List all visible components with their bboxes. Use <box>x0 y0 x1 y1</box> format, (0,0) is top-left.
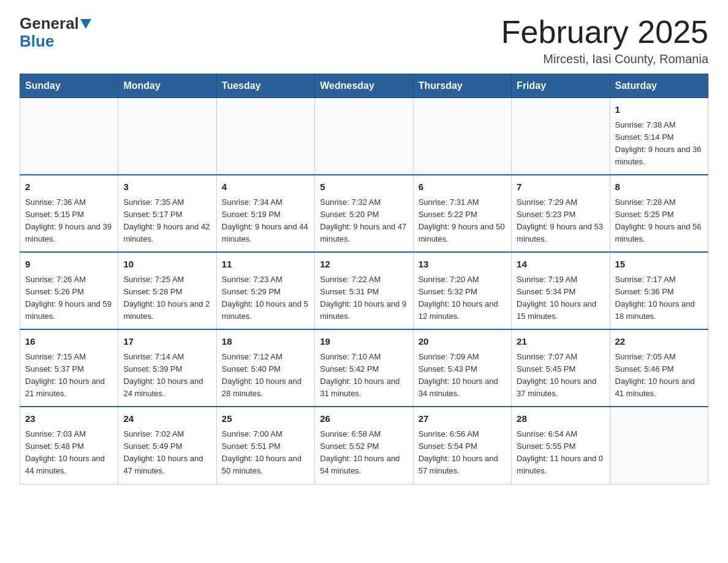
day-number: 10 <box>123 258 211 272</box>
day-number: 17 <box>123 335 211 349</box>
day-number: 24 <box>123 412 211 426</box>
day-info: Sunrise: 7:36 AM Sunset: 5:15 PM Dayligh… <box>25 196 113 246</box>
table-row <box>20 98 118 175</box>
day-info: Sunrise: 7:07 AM Sunset: 5:45 PM Dayligh… <box>517 351 604 400</box>
day-info: Sunrise: 7:05 AM Sunset: 5:46 PM Dayligh… <box>615 351 703 400</box>
day-info: Sunrise: 7:00 AM Sunset: 5:51 PM Dayligh… <box>222 428 309 478</box>
table-row <box>315 98 413 175</box>
day-number: 13 <box>419 258 506 272</box>
header-friday: Friday <box>512 74 610 98</box>
weekday-header-row: Sunday Monday Tuesday Wednesday Thursday… <box>20 74 708 98</box>
day-number: 25 <box>222 412 309 426</box>
day-number: 6 <box>419 180 506 194</box>
day-number: 1 <box>615 103 703 117</box>
table-row: 11Sunrise: 7:23 AM Sunset: 5:29 PM Dayli… <box>216 252 314 329</box>
header-monday: Monday <box>118 74 216 98</box>
table-row: 14Sunrise: 7:19 AM Sunset: 5:34 PM Dayli… <box>512 252 610 329</box>
table-row: 15Sunrise: 7:17 AM Sunset: 5:36 PM Dayli… <box>610 252 708 329</box>
day-info: Sunrise: 7:02 AM Sunset: 5:49 PM Dayligh… <box>123 428 211 478</box>
table-row: 4Sunrise: 7:34 AM Sunset: 5:19 PM Daylig… <box>216 175 314 252</box>
calendar-table: Sunday Monday Tuesday Wednesday Thursday… <box>20 74 708 484</box>
day-info: Sunrise: 6:54 AM Sunset: 5:55 PM Dayligh… <box>517 428 604 478</box>
day-info: Sunrise: 7:22 AM Sunset: 5:31 PM Dayligh… <box>320 274 408 323</box>
header-saturday: Saturday <box>610 74 708 98</box>
table-row: 2Sunrise: 7:36 AM Sunset: 5:15 PM Daylig… <box>20 175 118 252</box>
header-wednesday: Wednesday <box>315 74 413 98</box>
day-number: 14 <box>517 258 604 272</box>
table-row: 10Sunrise: 7:25 AM Sunset: 5:28 PM Dayli… <box>118 252 216 329</box>
day-info: Sunrise: 7:35 AM Sunset: 5:17 PM Dayligh… <box>123 196 211 246</box>
logo-general-text: General <box>20 15 79 33</box>
table-row: 26Sunrise: 6:58 AM Sunset: 5:52 PM Dayli… <box>315 407 413 484</box>
day-info: Sunrise: 7:26 AM Sunset: 5:26 PM Dayligh… <box>25 274 113 323</box>
table-row: 22Sunrise: 7:05 AM Sunset: 5:46 PM Dayli… <box>610 329 708 407</box>
table-row: 3Sunrise: 7:35 AM Sunset: 5:17 PM Daylig… <box>118 175 216 252</box>
table-row: 25Sunrise: 7:00 AM Sunset: 5:51 PM Dayli… <box>216 407 314 484</box>
table-row: 17Sunrise: 7:14 AM Sunset: 5:39 PM Dayli… <box>118 329 216 407</box>
calendar-week-row: 2Sunrise: 7:36 AM Sunset: 5:15 PM Daylig… <box>20 175 708 252</box>
day-number: 23 <box>25 412 113 426</box>
day-number: 28 <box>517 412 604 426</box>
table-row <box>610 407 708 484</box>
day-number: 7 <box>517 180 604 194</box>
day-number: 2 <box>25 180 113 194</box>
calendar-week-row: 16Sunrise: 7:15 AM Sunset: 5:37 PM Dayli… <box>20 329 708 407</box>
header-tuesday: Tuesday <box>216 74 314 98</box>
day-number: 11 <box>222 258 309 272</box>
table-row: 24Sunrise: 7:02 AM Sunset: 5:49 PM Dayli… <box>118 407 216 484</box>
day-number: 9 <box>25 258 113 272</box>
day-info: Sunrise: 7:29 AM Sunset: 5:23 PM Dayligh… <box>517 196 604 246</box>
day-info: Sunrise: 7:10 AM Sunset: 5:42 PM Dayligh… <box>320 351 408 400</box>
day-info: Sunrise: 7:20 AM Sunset: 5:32 PM Dayligh… <box>419 274 506 323</box>
table-row: 12Sunrise: 7:22 AM Sunset: 5:31 PM Dayli… <box>315 252 413 329</box>
day-number: 18 <box>222 335 309 349</box>
day-info: Sunrise: 7:38 AM Sunset: 5:14 PM Dayligh… <box>615 119 703 169</box>
table-row: 20Sunrise: 7:09 AM Sunset: 5:43 PM Dayli… <box>413 329 511 407</box>
day-info: Sunrise: 7:15 AM Sunset: 5:37 PM Dayligh… <box>25 351 113 400</box>
table-row: 21Sunrise: 7:07 AM Sunset: 5:45 PM Dayli… <box>512 329 610 407</box>
day-info: Sunrise: 7:12 AM Sunset: 5:40 PM Dayligh… <box>222 351 309 400</box>
logo-triangle-icon <box>79 17 93 30</box>
table-row: 9Sunrise: 7:26 AM Sunset: 5:26 PM Daylig… <box>20 252 118 329</box>
day-info: Sunrise: 7:03 AM Sunset: 5:48 PM Dayligh… <box>25 428 113 478</box>
day-info: Sunrise: 7:34 AM Sunset: 5:19 PM Dayligh… <box>222 196 309 246</box>
table-row: 28Sunrise: 6:54 AM Sunset: 5:55 PM Dayli… <box>512 407 610 484</box>
day-info: Sunrise: 7:19 AM Sunset: 5:34 PM Dayligh… <box>517 274 604 323</box>
table-row: 18Sunrise: 7:12 AM Sunset: 5:40 PM Dayli… <box>216 329 314 407</box>
logo: General Blue <box>20 15 93 50</box>
month-title: February 2025 <box>501 15 708 50</box>
day-info: Sunrise: 7:25 AM Sunset: 5:28 PM Dayligh… <box>123 274 211 323</box>
calendar-week-row: 1Sunrise: 7:38 AM Sunset: 5:14 PM Daylig… <box>20 98 708 175</box>
day-info: Sunrise: 7:09 AM Sunset: 5:43 PM Dayligh… <box>419 351 506 400</box>
location-subtitle: Mircesti, Iasi County, Romania <box>501 52 708 66</box>
day-number: 3 <box>123 180 211 194</box>
table-row: 1Sunrise: 7:38 AM Sunset: 5:14 PM Daylig… <box>610 98 708 175</box>
day-number: 20 <box>419 335 506 349</box>
header-sunday: Sunday <box>20 74 118 98</box>
day-number: 19 <box>320 335 408 349</box>
table-row: 5Sunrise: 7:32 AM Sunset: 5:20 PM Daylig… <box>315 175 413 252</box>
day-info: Sunrise: 7:32 AM Sunset: 5:20 PM Dayligh… <box>320 196 408 246</box>
table-row: 7Sunrise: 7:29 AM Sunset: 5:23 PM Daylig… <box>512 175 610 252</box>
day-info: Sunrise: 7:17 AM Sunset: 5:36 PM Dayligh… <box>615 274 703 323</box>
table-row <box>118 98 216 175</box>
day-number: 16 <box>25 335 113 349</box>
day-info: Sunrise: 7:14 AM Sunset: 5:39 PM Dayligh… <box>123 351 211 400</box>
day-info: Sunrise: 7:31 AM Sunset: 5:22 PM Dayligh… <box>419 196 506 246</box>
logo-blue-text: Blue <box>20 32 54 50</box>
day-number: 21 <box>517 335 604 349</box>
day-number: 26 <box>320 412 408 426</box>
day-number: 22 <box>615 335 703 349</box>
calendar-week-row: 9Sunrise: 7:26 AM Sunset: 5:26 PM Daylig… <box>20 252 708 329</box>
table-row <box>216 98 314 175</box>
day-number: 4 <box>222 180 309 194</box>
day-info: Sunrise: 7:28 AM Sunset: 5:25 PM Dayligh… <box>615 196 703 246</box>
svg-marker-0 <box>80 19 91 29</box>
table-row: 19Sunrise: 7:10 AM Sunset: 5:42 PM Dayli… <box>315 329 413 407</box>
day-number: 27 <box>419 412 506 426</box>
table-row: 13Sunrise: 7:20 AM Sunset: 5:32 PM Dayli… <box>413 252 511 329</box>
page-header: General Blue February 2025 Mircesti, Ias… <box>20 15 708 66</box>
table-row: 6Sunrise: 7:31 AM Sunset: 5:22 PM Daylig… <box>413 175 511 252</box>
day-number: 8 <box>615 180 703 194</box>
day-number: 15 <box>615 258 703 272</box>
